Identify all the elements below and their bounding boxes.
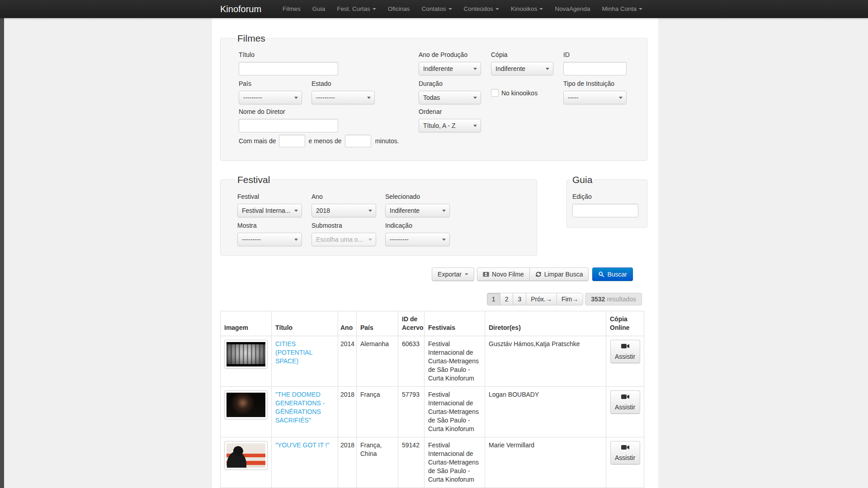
nav-item-novaagenda[interactable]: NovaAgenda [549,0,596,18]
left-edge-strip [0,18,4,488]
results-count-suffix: resultados [607,296,636,303]
nav-item-filmes[interactable]: Filmes [277,0,307,18]
cell-archive-id: 57793 [398,387,425,437]
minutes-prefix-text: Com mais de [239,137,276,145]
titulo-input[interactable] [239,62,338,75]
submostra-label: Submostra [311,222,376,230]
festival-filter-panel: Festival Festival Festival Interna... An… [220,179,537,256]
chevron-down-icon [495,8,499,10]
film-still-image [226,393,265,417]
novo-filme-button[interactable]: Novo Filme [477,267,530,281]
nav-item-guia[interactable]: Guia [307,0,331,18]
header-festivais: Festivais [425,311,485,336]
cell-directors: Logan BOUBADY [485,387,606,437]
duracao-label: Duração [419,80,481,88]
nav-item-kinooikos[interactable]: Kinooikos [505,0,549,18]
festival-ano-label: Ano [311,193,376,201]
festival-ano-select[interactable]: 2018 [311,204,376,217]
nome-diretor-input[interactable] [239,119,338,132]
search-icon [598,271,604,277]
assistir-button[interactable]: Assistir [610,340,640,363]
nav-item-conteudos[interactable]: Conteúdos [458,0,505,18]
film-thumbnail[interactable] [224,340,268,369]
tipo-instituicao-select[interactable]: ----- [563,91,627,104]
chevron-down-icon [473,97,477,99]
ordenar-label: Ordenar [419,108,481,116]
duracao-select[interactable]: Todas [419,91,481,104]
header-id-acervo: ID de Acervo [398,311,425,336]
edicao-label: Edição [572,193,638,201]
results-count: 3532resultados [585,293,642,305]
last-page-button[interactable]: Fim→ [557,293,583,305]
assistir-button[interactable]: Assistir [610,390,640,414]
film-title-link[interactable]: "YOU'VE GOT IT !" [275,441,329,449]
buscar-button[interactable]: Buscar [592,267,633,281]
exportar-button[interactable]: Exportar [432,267,474,281]
cell-country: Alemanha [357,336,398,387]
cell-country: França, China [357,437,398,488]
chevron-down-icon [294,210,298,212]
header-ano: Ano [338,311,357,336]
mostra-select[interactable]: --------- [237,233,302,246]
film-thumbnail[interactable] [224,390,268,419]
copia-label: Cópia [491,51,553,59]
pais-select[interactable]: --------- [239,91,302,104]
cell-festival: Festival Internacional de Curtas-Metrage… [425,437,485,488]
chevron-down-icon [619,97,623,99]
page-button-2[interactable]: 2 [500,293,514,305]
film-title-link[interactable]: "THE DOOMED GENERATIONS - GÉNÉRATIONS SA… [275,391,325,424]
chevron-down-icon [294,239,298,241]
ordenar-select[interactable]: Título, A - Z [419,119,481,132]
cell-year: 2014 [338,336,357,387]
copia-select[interactable]: Indiferente [491,62,553,75]
page-button-1[interactable]: 1 [487,293,500,305]
chevron-down-icon [639,8,642,10]
video-camera-icon [621,444,629,452]
minutes-max-input[interactable] [345,135,371,147]
cell-year: 2018 [338,387,357,437]
next-page-button[interactable]: Próx.→ [526,293,557,305]
chevron-down-icon [473,68,477,70]
edicao-input[interactable] [572,204,638,217]
chevron-down-icon [465,273,468,275]
results-count-number: 3532 [591,296,605,303]
nav-item-fest-curtas[interactable]: Fest. Curtas [331,0,382,18]
brand-link[interactable]: Kinoforum [220,0,261,18]
no-kinooikos-checkbox-group[interactable]: No kinooikos [491,89,538,97]
cell-archive-id: 59142 [398,437,425,488]
assistir-button[interactable]: Assistir [610,441,640,465]
film-still-image [226,443,265,468]
cell-festival: Festival Internacional de Curtas-Metrage… [425,336,485,387]
minutes-min-input[interactable] [279,135,305,147]
indicacao-select[interactable]: --------- [385,233,450,246]
selecionado-select[interactable]: Indiferente [385,204,450,217]
film-title-link[interactable]: CITIES (POTENTIAL SPACE) [275,340,312,365]
header-copia-online: Cópia Online [606,311,644,336]
header-titulo: Título [272,311,338,336]
festival-select[interactable]: Festival Interna... [237,204,302,217]
video-camera-icon [621,343,629,351]
duration-minutes-row: Com mais de e menos de minutos. [239,134,399,148]
page-button-3[interactable]: 3 [513,293,526,305]
cell-country: França [357,387,398,437]
no-kinooikos-label: No kinooikos [501,89,538,97]
indicacao-label: Indicação [385,222,450,230]
ano-producao-select[interactable]: Indiferente [419,62,481,75]
selecionado-label: Selecionado [385,193,450,201]
minutes-middle-text: e menos de [308,137,341,145]
cell-festival: Festival Internacional de Curtas-Metrage… [425,387,485,437]
id-input[interactable] [563,62,627,75]
estado-select[interactable]: --------- [311,91,375,104]
cell-archive-id: 60633 [398,336,425,387]
nav-item-minha-conta[interactable]: Minha Conta [596,0,648,18]
no-kinooikos-checkbox[interactable] [491,89,499,97]
button-group: Novo Filme Limpar Busca [477,267,589,281]
nav-item-contatos[interactable]: Contatos [415,0,458,18]
chevron-down-icon [473,125,477,127]
table-header-row: Imagem Título Ano País ID de Acervo Fest… [221,311,644,336]
filmes-legend: Filmes [235,32,268,44]
film-thumbnail[interactable] [224,441,268,470]
limpar-busca-button[interactable]: Limpar Busca [529,267,589,281]
nav-item-oficinas[interactable]: Oficinas [382,0,416,18]
header-pais: País [357,311,398,336]
